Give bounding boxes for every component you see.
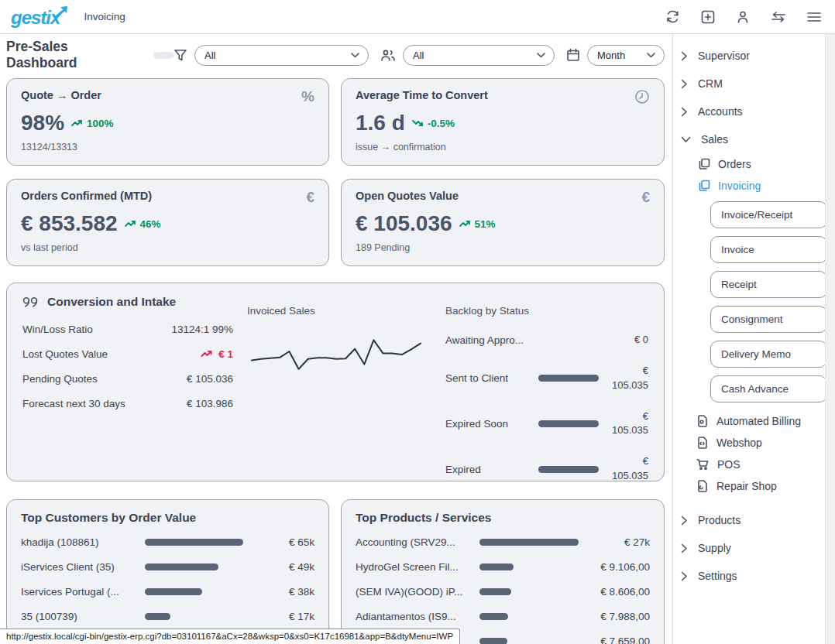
- kpi-value: € 105.036: [356, 211, 452, 236]
- sidebar-item-automated-billing[interactable]: Automated Billing: [681, 410, 820, 432]
- sidebar-item-label: POS: [717, 458, 741, 471]
- app-label: Invoicing: [84, 11, 125, 22]
- chevron-down-icon: [351, 53, 359, 58]
- kpi-value: 1.6 d: [356, 111, 405, 135]
- sidebar-item-repair-shop[interactable]: Repair Shop: [681, 475, 820, 497]
- sidebar-item-supply[interactable]: Supply: [681, 534, 820, 562]
- kpi-subtext: issue → confirmation: [356, 142, 650, 152]
- user-icon[interactable]: [736, 10, 750, 24]
- stat-row: Forecast next 30 days € 103.986: [22, 391, 233, 416]
- consignment-button[interactable]: Consignment: [710, 306, 827, 333]
- sidebar-item-supervisor[interactable]: Supervisor: [681, 42, 820, 70]
- sidebar-item-invoicing[interactable]: Invoicing: [681, 175, 820, 197]
- status-bar: [538, 375, 599, 382]
- dashboard-content: Pre-Sales Dashboard All: [0, 34, 672, 644]
- sparkline-chart: [247, 327, 427, 377]
- chevron-right-icon: [681, 571, 688, 581]
- filter-period-value: Month: [597, 50, 625, 61]
- chevron-down-icon: [681, 136, 691, 143]
- kpi-title: Open Quotes Value: [356, 190, 459, 202]
- quotes-icon: [22, 296, 40, 308]
- documents-icon: [698, 158, 710, 170]
- list-item: Iservices Portugal (... € 38k: [21, 579, 314, 604]
- invoiced-sales-chart: Invoiced Sales: [247, 295, 431, 484]
- value-bar: [145, 539, 243, 546]
- value-bar: [479, 564, 514, 570]
- sidebar-item-sales[interactable]: Sales: [681, 125, 820, 153]
- kpi-card-quote-order: Quote → Order % 98% 100% 13124/13313: [6, 78, 329, 166]
- value-bar: [479, 539, 579, 546]
- list-item: Adiantamentos (IS9... € 7.988,00: [356, 604, 650, 629]
- kpi-value: 98%: [21, 111, 64, 135]
- clock-icon: [634, 89, 650, 104]
- chart-title: Backlog by Status: [445, 305, 648, 317]
- delivery-memo-button[interactable]: Delivery Memo: [710, 341, 827, 368]
- menu-icon[interactable]: [807, 12, 821, 22]
- add-window-icon[interactable]: [701, 10, 715, 24]
- kpi-title: Average Time to Convert: [356, 89, 488, 101]
- trend-badge: -0.5%: [412, 118, 455, 129]
- conversion-stats-column: Conversion and Intake Win/Loss Ratio 131…: [22, 295, 233, 484]
- chevron-down-icon: [647, 53, 655, 58]
- filter-period-select[interactable]: Month: [587, 45, 665, 66]
- trend-up-icon: [459, 219, 471, 228]
- status-bar: [538, 420, 599, 427]
- invoice-receipt-button[interactable]: Invoice/Receipt: [710, 201, 827, 228]
- funnel-icon: [174, 48, 187, 62]
- filter-type-value: All: [204, 50, 215, 61]
- chevron-right-icon: [681, 51, 688, 61]
- kpi-subtext: 189 Pending: [356, 242, 650, 253]
- scrollbar-track[interactable]: [825, 34, 835, 644]
- gestix-logo[interactable]: gestix: [11, 5, 71, 29]
- kpi-card-avg-time: Average Time to Convert 1.6 d -0.5% issu…: [341, 78, 665, 166]
- sidebar-item-orders[interactable]: Orders: [681, 153, 820, 175]
- sidebar-item-pos[interactable]: POS: [681, 454, 820, 475]
- documents-icon: [698, 180, 710, 192]
- euro-icon: €: [306, 190, 314, 205]
- chevron-right-icon: [681, 79, 688, 89]
- top-bar: gestix Invoicing: [0, 0, 835, 34]
- cart-icon: [696, 458, 710, 471]
- document-wrench-icon: [696, 480, 709, 492]
- chart-title: Invoiced Sales: [247, 305, 431, 317]
- trend-badge: 100%: [71, 118, 114, 129]
- kpi-card-open-quotes: Open Quotes Value € € 105.036 51% 189 Pe…: [341, 179, 665, 266]
- filter-user-select[interactable]: All: [403, 45, 555, 66]
- document-gear-icon: [696, 415, 709, 427]
- sidebar-item-accounts[interactable]: Accounts: [681, 98, 820, 125]
- cash-advance-button[interactable]: Cash Advance: [710, 375, 827, 402]
- invoice-button[interactable]: Invoice: [710, 236, 827, 263]
- sidebar-item-label: Supervisor: [698, 50, 750, 62]
- trend-up-icon: [71, 118, 83, 128]
- percent-icon: %: [301, 89, 314, 104]
- sidebar-item-label: Automated Billing: [716, 415, 801, 427]
- trend-up-icon: [125, 219, 136, 228]
- value-bar: [145, 613, 170, 620]
- backlog-row: Expired Soon € 105.035: [445, 409, 648, 439]
- sidebar-item-label: Products: [698, 514, 741, 526]
- filter-type-select[interactable]: All: [194, 45, 369, 66]
- value-bar: [145, 564, 218, 570]
- sidebar-item-products[interactable]: Products: [681, 506, 820, 534]
- logo-text: gestix: [11, 7, 60, 29]
- calendar-icon: [566, 48, 580, 62]
- sidebar-item-settings[interactable]: Settings: [681, 562, 820, 590]
- chevron-down-icon: [537, 53, 545, 58]
- kpi-subtext: vs last period: [21, 242, 314, 253]
- sidebar-item-crm[interactable]: CRM: [681, 70, 820, 98]
- list-item: Accounting (SRV29... € 27k: [356, 529, 650, 554]
- switch-workspace-icon[interactable]: [771, 11, 786, 23]
- refresh-icon[interactable]: [665, 9, 680, 24]
- status-bar: [538, 466, 599, 473]
- status-url-bar: http://gestix.local/cgi-bin/gestix-erp.c…: [0, 629, 460, 644]
- receipt-button[interactable]: Receipt: [710, 271, 827, 298]
- title-pill: [153, 52, 174, 59]
- sidebar-item-webshop[interactable]: Webshop: [681, 432, 820, 454]
- kpi-title: Orders Confirmed (MTD): [21, 190, 152, 202]
- top-products-card: Top Products / Services Accounting (SRV2…: [341, 499, 665, 644]
- card-title: Top Products / Services: [356, 511, 650, 525]
- chevron-right-icon: [681, 543, 688, 553]
- stat-row: Win/Loss Ratio 13124:1 99%: [22, 317, 233, 341]
- sidebar-item-label: Repair Shop: [716, 480, 777, 492]
- sidebar-item-label: Orders: [718, 158, 751, 170]
